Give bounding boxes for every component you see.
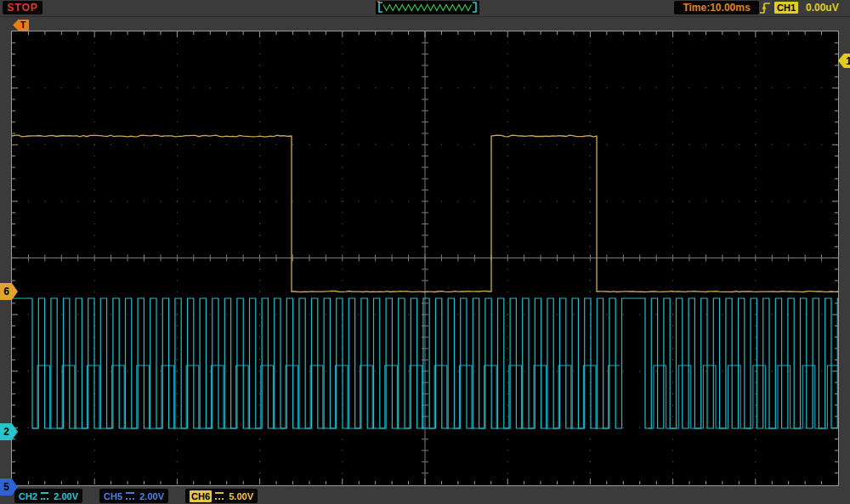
ch6-label: CH6: [190, 490, 212, 502]
trigger-edge-icon: [759, 1, 772, 15]
ch5-volts-per-div: 2.00V: [139, 491, 164, 501]
channel-readout-ch6[interactable]: CH6 5.00V: [185, 489, 258, 503]
scope-canvas: [12, 31, 838, 484]
waveform-preview[interactable]: [376, 1, 479, 14]
ch5-coupling-icon: [126, 492, 134, 500]
ch6-volts-per-div: 5.00V: [229, 491, 253, 501]
waveform-preview-canvas: [376, 1, 479, 14]
timebase-label: Time:10.00ms: [683, 2, 750, 14]
oscilloscope-screen: STOP Time:10.00ms CH1 0.00uV T 6 2 5 1: [0, 0, 850, 504]
preview-waveform: [383, 5, 472, 11]
ch2-coupling-icon: [41, 492, 48, 500]
preview-right-bracket: [473, 3, 476, 12]
grid: [12, 31, 838, 484]
graticule-area: [11, 31, 839, 486]
top-status-bar: STOP Time:10.00ms CH1 0.00uV: [0, 0, 850, 17]
ch2-label: CH2: [19, 491, 37, 501]
bottom-channel-bar: CH2 2.00V CH5 2.00V CH6 5.00V: [0, 486, 850, 504]
ch2-volts-per-div: 2.00V: [54, 491, 78, 501]
run-state-badge[interactable]: STOP: [3, 1, 42, 14]
channel-readout-ch5[interactable]: CH5 2.00V: [99, 489, 168, 503]
trigger-level-readout: 0.00uV: [806, 2, 839, 14]
trigger-source-badge[interactable]: CH1: [774, 2, 798, 14]
ch5-label: CH5: [104, 491, 122, 501]
ch6-coupling-icon: [215, 492, 224, 500]
trigger-level-marker[interactable]: 1: [838, 54, 850, 68]
channel-readout-ch2[interactable]: CH2 2.00V: [14, 489, 82, 503]
timebase-display: Time:10.00ms: [674, 1, 759, 14]
trigger-position-marker[interactable]: T: [13, 20, 29, 31]
preview-left-bracket: [379, 3, 382, 12]
run-state-label: STOP: [7, 2, 37, 14]
